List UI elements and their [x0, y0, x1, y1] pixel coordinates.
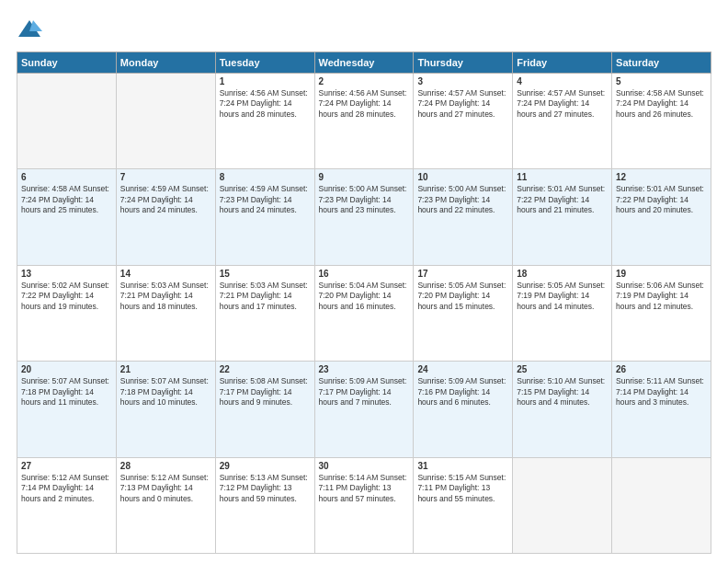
- day-info: Sunrise: 5:00 AM Sunset: 7:23 PM Dayligh…: [417, 184, 508, 215]
- day-number: 30: [319, 461, 410, 471]
- day-number: 8: [220, 172, 311, 182]
- day-number: 4: [517, 76, 608, 86]
- day-info: Sunrise: 5:01 AM Sunset: 7:22 PM Dayligh…: [616, 184, 707, 215]
- day-info: Sunrise: 4:56 AM Sunset: 7:24 PM Dayligh…: [220, 88, 311, 120]
- day-number: 11: [517, 172, 608, 182]
- day-info: Sunrise: 4:59 AM Sunset: 7:23 PM Dayligh…: [220, 184, 311, 215]
- day-info: Sunrise: 5:12 AM Sunset: 7:14 PM Dayligh…: [21, 473, 112, 504]
- day-info: Sunrise: 5:09 AM Sunset: 7:17 PM Dayligh…: [319, 376, 410, 408]
- day-cell: 22Sunrise: 5:08 AM Sunset: 7:17 PM Dayli…: [215, 362, 314, 457]
- weekday-sunday: Sunday: [17, 52, 117, 74]
- day-info: Sunrise: 5:06 AM Sunset: 7:19 PM Dayligh…: [616, 281, 707, 312]
- day-cell: 4Sunrise: 4:57 AM Sunset: 7:24 PM Daylig…: [513, 74, 612, 169]
- day-number: 5: [616, 76, 707, 86]
- day-number: 14: [120, 269, 211, 279]
- day-number: 1: [220, 76, 311, 86]
- week-row-4: 20Sunrise: 5:07 AM Sunset: 7:18 PM Dayli…: [17, 362, 711, 457]
- day-cell: 2Sunrise: 4:56 AM Sunset: 7:24 PM Daylig…: [314, 74, 414, 169]
- day-info: Sunrise: 4:58 AM Sunset: 7:24 PM Dayligh…: [21, 184, 112, 215]
- day-cell: 9Sunrise: 5:00 AM Sunset: 7:23 PM Daylig…: [314, 169, 414, 265]
- day-number: 3: [417, 76, 508, 86]
- day-cell: 30Sunrise: 5:14 AM Sunset: 7:11 PM Dayli…: [314, 457, 414, 553]
- weekday-thursday: Thursday: [414, 52, 513, 74]
- day-info: Sunrise: 5:05 AM Sunset: 7:19 PM Dayligh…: [517, 281, 608, 312]
- day-cell: 16Sunrise: 5:04 AM Sunset: 7:20 PM Dayli…: [314, 265, 414, 361]
- day-number: 27: [21, 461, 112, 471]
- day-cell: 6Sunrise: 4:58 AM Sunset: 7:24 PM Daylig…: [17, 169, 117, 265]
- weekday-tuesday: Tuesday: [215, 52, 314, 74]
- day-cell: 28Sunrise: 5:12 AM Sunset: 7:13 PM Dayli…: [116, 457, 215, 553]
- day-info: Sunrise: 5:02 AM Sunset: 7:22 PM Dayligh…: [21, 281, 112, 312]
- day-info: Sunrise: 5:15 AM Sunset: 7:11 PM Dayligh…: [417, 473, 508, 504]
- day-info: Sunrise: 4:59 AM Sunset: 7:24 PM Dayligh…: [120, 184, 211, 215]
- day-cell: 13Sunrise: 5:02 AM Sunset: 7:22 PM Dayli…: [17, 265, 117, 361]
- day-info: Sunrise: 5:05 AM Sunset: 7:20 PM Dayligh…: [417, 281, 508, 312]
- day-cell: [17, 74, 117, 169]
- day-number: 31: [417, 461, 508, 471]
- weekday-wednesday: Wednesday: [314, 52, 414, 74]
- week-row-1: 1Sunrise: 4:56 AM Sunset: 7:24 PM Daylig…: [17, 74, 711, 169]
- day-cell: 8Sunrise: 4:59 AM Sunset: 7:23 PM Daylig…: [215, 169, 314, 265]
- day-info: Sunrise: 4:57 AM Sunset: 7:24 PM Dayligh…: [417, 88, 508, 120]
- svg-marker-1: [29, 20, 42, 31]
- weekday-monday: Monday: [116, 52, 215, 74]
- day-cell: 19Sunrise: 5:06 AM Sunset: 7:19 PM Dayli…: [612, 265, 711, 361]
- logo-icon: [17, 17, 42, 42]
- calendar-table: SundayMondayTuesdayWednesdayThursdayFrid…: [17, 52, 711, 554]
- day-cell: 20Sunrise: 5:07 AM Sunset: 7:18 PM Dayli…: [17, 362, 117, 457]
- day-info: Sunrise: 5:00 AM Sunset: 7:23 PM Dayligh…: [319, 184, 410, 215]
- day-number: 19: [616, 269, 707, 279]
- day-info: Sunrise: 5:03 AM Sunset: 7:21 PM Dayligh…: [220, 281, 311, 312]
- day-number: 13: [21, 269, 112, 279]
- logo: [17, 17, 46, 42]
- week-row-5: 27Sunrise: 5:12 AM Sunset: 7:14 PM Dayli…: [17, 457, 711, 553]
- day-cell: 26Sunrise: 5:11 AM Sunset: 7:14 PM Dayli…: [612, 362, 711, 457]
- day-info: Sunrise: 5:07 AM Sunset: 7:18 PM Dayligh…: [21, 376, 112, 408]
- day-cell: [612, 457, 711, 553]
- day-cell: 1Sunrise: 4:56 AM Sunset: 7:24 PM Daylig…: [215, 74, 314, 169]
- day-cell: 7Sunrise: 4:59 AM Sunset: 7:24 PM Daylig…: [116, 169, 215, 265]
- day-info: Sunrise: 5:01 AM Sunset: 7:22 PM Dayligh…: [517, 184, 608, 215]
- day-number: 26: [616, 364, 707, 374]
- day-number: 10: [417, 172, 508, 182]
- day-cell: 5Sunrise: 4:58 AM Sunset: 7:24 PM Daylig…: [612, 74, 711, 169]
- day-cell: 27Sunrise: 5:12 AM Sunset: 7:14 PM Dayli…: [17, 457, 117, 553]
- day-number: 2: [319, 76, 410, 86]
- day-number: 24: [417, 364, 508, 374]
- day-number: 25: [517, 364, 608, 374]
- day-info: Sunrise: 5:03 AM Sunset: 7:21 PM Dayligh…: [120, 281, 211, 312]
- day-cell: 23Sunrise: 5:09 AM Sunset: 7:17 PM Dayli…: [314, 362, 414, 457]
- day-cell: 11Sunrise: 5:01 AM Sunset: 7:22 PM Dayli…: [513, 169, 612, 265]
- weekday-friday: Friday: [513, 52, 612, 74]
- day-cell: 21Sunrise: 5:07 AM Sunset: 7:18 PM Dayli…: [116, 362, 215, 457]
- day-cell: 29Sunrise: 5:13 AM Sunset: 7:12 PM Dayli…: [215, 457, 314, 553]
- day-cell: 25Sunrise: 5:10 AM Sunset: 7:15 PM Dayli…: [513, 362, 612, 457]
- day-number: 12: [616, 172, 707, 182]
- day-cell: 12Sunrise: 5:01 AM Sunset: 7:22 PM Dayli…: [612, 169, 711, 265]
- day-info: Sunrise: 5:09 AM Sunset: 7:16 PM Dayligh…: [417, 376, 508, 408]
- day-number: 6: [21, 172, 112, 182]
- day-number: 17: [417, 269, 508, 279]
- day-cell: 31Sunrise: 5:15 AM Sunset: 7:11 PM Dayli…: [414, 457, 513, 553]
- day-number: 28: [120, 461, 211, 471]
- day-number: 21: [120, 364, 211, 374]
- day-info: Sunrise: 5:11 AM Sunset: 7:14 PM Dayligh…: [616, 376, 707, 408]
- day-info: Sunrise: 5:08 AM Sunset: 7:17 PM Dayligh…: [220, 376, 311, 408]
- weekday-saturday: Saturday: [612, 52, 711, 74]
- day-number: 9: [319, 172, 410, 182]
- day-info: Sunrise: 4:57 AM Sunset: 7:24 PM Dayligh…: [517, 88, 608, 120]
- day-cell: [116, 74, 215, 169]
- calendar-page: SundayMondayTuesdayWednesdayThursdayFrid…: [0, 0, 728, 563]
- day-cell: 15Sunrise: 5:03 AM Sunset: 7:21 PM Dayli…: [215, 265, 314, 361]
- day-cell: 3Sunrise: 4:57 AM Sunset: 7:24 PM Daylig…: [414, 74, 513, 169]
- day-info: Sunrise: 5:12 AM Sunset: 7:13 PM Dayligh…: [120, 473, 211, 504]
- day-info: Sunrise: 4:58 AM Sunset: 7:24 PM Dayligh…: [616, 88, 707, 120]
- day-info: Sunrise: 4:56 AM Sunset: 7:24 PM Dayligh…: [319, 88, 410, 120]
- day-number: 23: [319, 364, 410, 374]
- weekday-header-row: SundayMondayTuesdayWednesdayThursdayFrid…: [17, 52, 711, 74]
- day-cell: 17Sunrise: 5:05 AM Sunset: 7:20 PM Dayli…: [414, 265, 513, 361]
- day-info: Sunrise: 5:07 AM Sunset: 7:18 PM Dayligh…: [120, 376, 211, 408]
- day-cell: 14Sunrise: 5:03 AM Sunset: 7:21 PM Dayli…: [116, 265, 215, 361]
- day-cell: 18Sunrise: 5:05 AM Sunset: 7:19 PM Dayli…: [513, 265, 612, 361]
- header: [17, 17, 711, 42]
